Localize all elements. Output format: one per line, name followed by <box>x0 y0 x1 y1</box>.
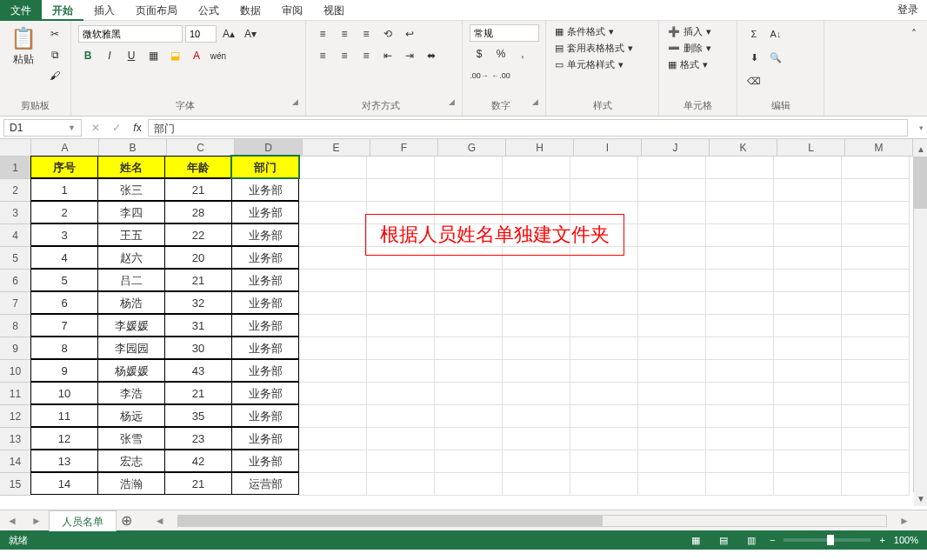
fx-button[interactable]: fx <box>127 122 148 134</box>
cell[interactable] <box>435 179 503 202</box>
menu-page-layout[interactable]: 页面布局 <box>125 0 188 21</box>
cell[interactable]: 28 <box>164 201 232 223</box>
cell[interactable] <box>367 473 435 496</box>
cell[interactable] <box>503 292 570 315</box>
cell[interactable] <box>435 428 503 450</box>
cell[interactable]: 杨远 <box>97 404 165 427</box>
cell[interactable] <box>638 405 706 428</box>
cell[interactable] <box>503 157 570 179</box>
cell[interactable] <box>638 157 706 179</box>
col-header-F[interactable]: F <box>370 139 438 157</box>
fill-button[interactable]: ⬇ <box>744 48 764 67</box>
view-page-layout-button[interactable]: ▤ <box>714 530 733 550</box>
scroll-up-arrow[interactable]: ▲ <box>914 143 927 157</box>
cell[interactable] <box>774 315 842 337</box>
cell[interactable]: 31 <box>164 314 232 337</box>
collapse-ribbon-button[interactable]: ˄ <box>904 24 924 43</box>
cell[interactable] <box>842 179 910 202</box>
font-name-select[interactable] <box>78 25 183 43</box>
cell[interactable]: 4 <box>30 246 98 269</box>
cell[interactable] <box>774 270 842 292</box>
col-header-C[interactable]: C <box>167 139 235 157</box>
cell[interactable] <box>570 292 638 315</box>
sort-filter-button[interactable]: A↓ <box>766 24 785 43</box>
row-header-10[interactable]: 10 <box>0 360 31 383</box>
zoom-in-button[interactable]: + <box>879 535 884 545</box>
cell[interactable]: 21 <box>164 382 232 404</box>
cell[interactable]: 14 <box>30 472 98 495</box>
cell[interactable] <box>435 270 503 292</box>
font-color-button[interactable]: A <box>187 46 206 65</box>
decrease-font-button[interactable]: A▾ <box>241 24 260 43</box>
cell[interactable] <box>570 157 638 179</box>
cell[interactable] <box>299 337 367 360</box>
cell[interactable] <box>570 179 638 202</box>
percent-button[interactable]: % <box>491 44 510 63</box>
col-header-G[interactable]: G <box>438 139 506 157</box>
cell[interactable] <box>367 360 435 383</box>
cell[interactable]: 13 <box>30 450 98 472</box>
cell[interactable]: 业务部 <box>231 404 299 427</box>
row-header-9[interactable]: 9 <box>0 337 31 360</box>
cell[interactable] <box>299 270 367 292</box>
cell[interactable]: 业务部 <box>231 450 299 472</box>
phonetic-button[interactable]: wén <box>209 46 228 65</box>
cell[interactable]: 21 <box>164 269 232 291</box>
cell[interactable]: 吕二 <box>97 269 165 291</box>
cell[interactable]: 8 <box>30 337 98 359</box>
cell[interactable] <box>367 292 435 315</box>
cell[interactable] <box>706 157 774 179</box>
cells-area[interactable]: 序号姓名年龄部门1张三21业务部2李四28业务部3王五22业务部4赵六20业务部… <box>31 157 927 510</box>
cell[interactable] <box>774 337 842 360</box>
cell[interactable] <box>842 337 910 360</box>
cell[interactable] <box>367 270 435 292</box>
cell[interactable] <box>638 224 706 247</box>
align-middle-button[interactable]: ≡ <box>335 24 354 43</box>
menu-formula[interactable]: 公式 <box>188 0 230 21</box>
format-as-table-button[interactable]: ▤套用表格格式 ▾ <box>553 41 651 56</box>
align-bottom-button[interactable]: ≡ <box>357 24 376 43</box>
cell[interactable] <box>774 157 842 179</box>
col-header-K[interactable]: K <box>710 139 777 157</box>
cell[interactable] <box>503 270 570 292</box>
cell[interactable] <box>367 383 435 405</box>
cell[interactable] <box>706 179 774 202</box>
cancel-formula-button[interactable]: ✕ <box>85 122 106 134</box>
format-painter-button[interactable]: 🖌 <box>45 66 64 85</box>
cell[interactable] <box>774 473 842 496</box>
scroll-left-arrow[interactable]: ◄ <box>155 515 165 527</box>
align-top-button[interactable]: ≡ <box>313 24 332 43</box>
cell[interactable]: 业务部 <box>231 359 299 382</box>
cell[interactable] <box>842 383 910 405</box>
merge-button[interactable]: ⬌ <box>422 46 441 65</box>
cell[interactable] <box>435 405 503 428</box>
cell[interactable] <box>706 428 774 450</box>
cell[interactable]: 业务部 <box>231 178 299 201</box>
cell[interactable] <box>774 224 842 247</box>
cell[interactable] <box>299 428 367 450</box>
col-header-E[interactable]: E <box>303 139 370 157</box>
delete-cells-button[interactable]: ➖删除 ▾ <box>666 41 730 56</box>
cell[interactable] <box>299 360 367 383</box>
underline-button[interactable]: U <box>122 46 141 65</box>
increase-font-button[interactable]: A▴ <box>219 24 238 43</box>
cell[interactable]: 序号 <box>30 156 98 178</box>
cell[interactable] <box>774 179 842 202</box>
cell[interactable] <box>706 315 774 337</box>
cell[interactable]: 业务部 <box>231 382 299 404</box>
cell[interactable] <box>503 383 570 405</box>
cell[interactable]: 9 <box>30 359 98 382</box>
col-header-L[interactable]: L <box>777 139 845 157</box>
cell[interactable]: 李四 <box>97 201 165 223</box>
cell[interactable] <box>435 473 503 496</box>
zoom-level[interactable]: 100% <box>894 535 918 545</box>
col-header-A[interactable]: A <box>31 139 99 157</box>
cell[interactable] <box>842 473 910 496</box>
cell[interactable] <box>503 473 570 496</box>
cell[interactable] <box>638 428 706 450</box>
col-header-H[interactable]: H <box>506 139 574 157</box>
cell[interactable]: 业务部 <box>231 427 299 450</box>
cell[interactable] <box>706 292 774 315</box>
cell[interactable] <box>774 360 842 383</box>
row-header-2[interactable]: 2 <box>0 179 31 202</box>
